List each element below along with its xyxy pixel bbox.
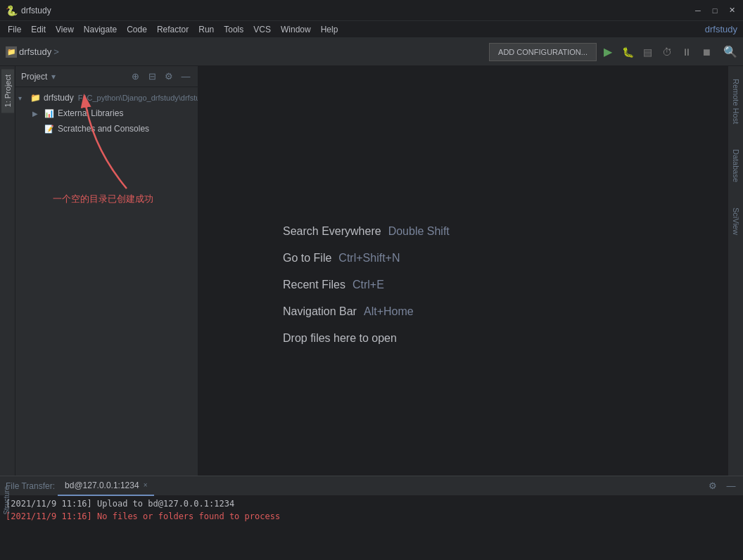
hint-action-search: Search Everywhere — [283, 225, 381, 238]
locate-file-button[interactable]: ⊕ — [129, 70, 141, 83]
right-tab-bar: Remote Host Database SciView — [728, 66, 743, 476]
right-tab-sciview[interactable]: SciView — [730, 202, 742, 241]
main-layout: 1: Project Project ▾ ⊕ ⊟ ⚙ — ▾ 📁 drfstud… — [0, 66, 743, 476]
pause-button[interactable]: ⏸ — [678, 44, 695, 61]
window-controls: ─ □ ✕ — [692, 5, 737, 16]
hint-shortcut-search: Double Shift — [388, 225, 450, 238]
tree-label-scratches: Scratches and Consoles — [58, 124, 149, 134]
project-name-header: drfstudy — [705, 24, 737, 34]
tree-arrow-drfstudy: ▾ — [18, 94, 27, 102]
settings-button[interactable]: ⚙ — [163, 70, 175, 83]
project-panel-actions: ⊕ ⊟ ⚙ — — [129, 70, 192, 83]
menu-edit[interactable]: Edit — [26, 23, 51, 36]
hint-navigation-bar: Navigation Bar Alt+Home — [283, 305, 450, 318]
annotation-text: 一个空的目录已创建成功 — [53, 193, 153, 205]
tree-item-external-libraries[interactable]: ▶ 📊 External Libraries — [15, 106, 198, 121]
collapse-all-button[interactable]: ⊟ — [146, 70, 158, 83]
hint-shortcut-goto: Ctrl+Shift+N — [338, 252, 400, 265]
editor-area: Search Everywhere Double Shift Go to Fil… — [198, 66, 728, 476]
hint-action-drop: Drop files here to open — [283, 332, 397, 345]
add-configuration-button[interactable]: ADD CONFIGURATION... — [489, 43, 597, 61]
project-panel-title: Project — [21, 72, 47, 82]
close-button[interactable]: ✕ — [726, 5, 737, 16]
project-panel-header: Project ▾ ⊕ ⊟ ⚙ — — [15, 66, 198, 87]
menu-refactor[interactable]: Refactor — [152, 23, 193, 36]
search-everywhere-toolbar-button[interactable]: 🔍 — [723, 45, 737, 58]
tree-item-scratches[interactable]: ▶ 📝 Scratches and Consoles — [15, 121, 198, 136]
menu-help[interactable]: Help — [316, 23, 343, 36]
hint-drop-files: Drop files here to open — [283, 332, 450, 345]
hint-search-everywhere: Search Everywhere Double Shift — [283, 225, 450, 238]
menu-vcs[interactable]: VCS — [248, 23, 276, 36]
file-transfer-tab-name: bd@127.0.0.1:1234 — [65, 481, 139, 490]
bottom-panel-actions: ⚙ — — [706, 480, 737, 492]
toolbar-project-label: 📁 drfstudy > — [6, 46, 59, 58]
minimize-button[interactable]: ─ — [692, 5, 704, 16]
toolbar-chevron: > — [53, 46, 59, 57]
project-folder-icon: 📁 — [6, 46, 17, 58]
log-line-2: [2021/11/9 11:16] No files or folders fo… — [6, 510, 737, 523]
profile-button[interactable]: ⏱ — [659, 44, 675, 61]
ext-libraries-icon: 📊 — [44, 108, 55, 119]
tree-path-drfstudy: F:\C_python\Django_drfstudy\drfstudy — [78, 94, 198, 102]
log-line-1: [2021/11/9 11:16] Upload to bd@127.0.0.1… — [6, 497, 737, 510]
hint-shortcut-recent: Ctrl+E — [353, 279, 384, 291]
toolbar: 📁 drfstudy > ADD CONFIGURATION... ▶ 🐛 ▤ … — [0, 38, 743, 66]
tree-item-drfstudy[interactable]: ▾ 📁 drfstudy F:\C_python\Django_drfstudy… — [15, 90, 198, 106]
app-icon: 🐍 — [6, 5, 17, 16]
hint-go-to-file: Go to File Ctrl+Shift+N — [283, 252, 450, 265]
run-button[interactable]: ▶ — [599, 44, 616, 61]
menu-run[interactable]: Run — [193, 23, 219, 36]
hide-panel-button[interactable]: — — [179, 70, 192, 83]
hint-action-navbar: Navigation Bar — [283, 305, 357, 318]
editor-hints: Search Everywhere Double Shift Go to Fil… — [283, 225, 450, 345]
menu-file[interactable]: File — [3, 23, 26, 36]
right-tab-database[interactable]: Database — [730, 144, 742, 188]
coverage-button[interactable]: ▤ — [639, 44, 656, 61]
bottom-tab-file-transfer[interactable]: bd@127.0.0.1:1234 × — [58, 476, 154, 496]
project-panel: Project ▾ ⊕ ⊟ ⚙ — ▾ 📁 drfstudy F:\C_pyth… — [15, 66, 198, 476]
menu-bar: File Edit View Navigate Code Refactor Ru… — [0, 21, 743, 38]
tree-arrow-ext-libs: ▶ — [32, 110, 41, 117]
structure-label[interactable]: Structure — [0, 483, 13, 518]
window-title: drfstudy — [21, 6, 692, 15]
menu-navigate[interactable]: Navigate — [79, 23, 122, 36]
bottom-minimize-button[interactable]: — — [725, 480, 737, 492]
scratches-icon: 📝 — [44, 123, 55, 134]
tree-label-drfstudy: drfstudy — [44, 93, 74, 103]
bottom-content: [2021/11/9 11:16] Upload to bd@127.0.0.1… — [0, 496, 743, 560]
stop-button[interactable]: ⏹ — [698, 44, 715, 61]
tree-label-ext-libraries: External Libraries — [58, 108, 123, 118]
hint-action-goto: Go to File — [283, 252, 331, 265]
toolbar-project-name: drfstudy — [19, 46, 51, 57]
bottom-panel: File Transfer: bd@127.0.0.1:1234 × ⚙ — [… — [0, 476, 743, 560]
bottom-panel-tabs: File Transfer: bd@127.0.0.1:1234 × ⚙ — — [0, 476, 743, 496]
hint-recent-files: Recent Files Ctrl+E — [283, 279, 450, 291]
title-bar: 🐍 drfstudy ─ □ ✕ — [0, 0, 743, 21]
hint-action-recent: Recent Files — [283, 279, 345, 291]
hint-shortcut-navbar: Alt+Home — [364, 305, 414, 318]
folder-icon-drfstudy: 📁 — [30, 92, 41, 103]
project-tree: ▾ 📁 drfstudy F:\C_python\Django_drfstudy… — [15, 87, 198, 476]
menu-tools[interactable]: Tools — [219, 23, 248, 36]
menu-code[interactable]: Code — [122, 23, 152, 36]
file-transfer-tab-close[interactable]: × — [144, 481, 148, 489]
menu-window[interactable]: Window — [276, 23, 316, 36]
project-panel-dropdown-icon[interactable]: ▾ — [51, 72, 56, 82]
left-tab-bar: 1: Project — [0, 66, 15, 476]
sidebar-item-project[interactable]: 1: Project — [1, 69, 14, 113]
maximize-button[interactable]: □ — [709, 5, 720, 16]
debug-button[interactable]: 🐛 — [619, 44, 636, 61]
right-tab-remote-host[interactable]: Remote Host — [730, 73, 742, 129]
bottom-settings-button[interactable]: ⚙ — [706, 480, 719, 492]
menu-view[interactable]: View — [51, 23, 79, 36]
